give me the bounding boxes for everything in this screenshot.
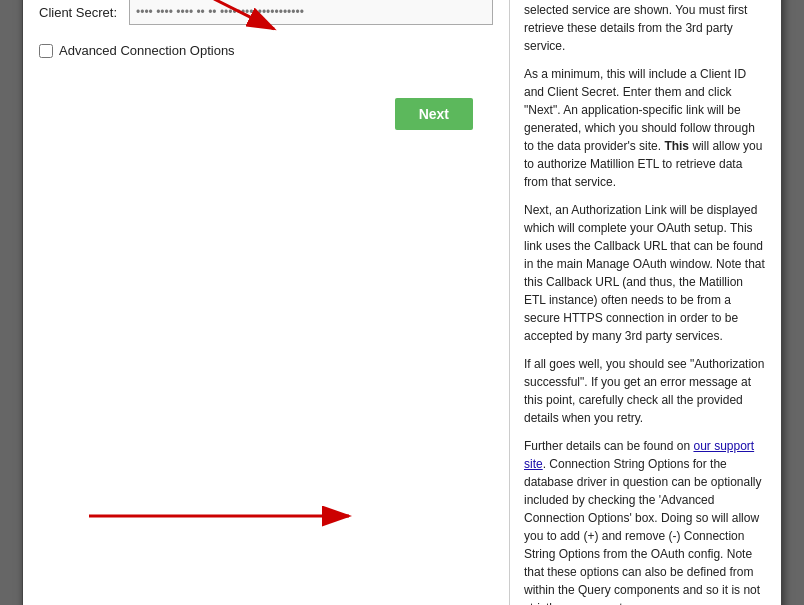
next-arrow-graphic <box>39 466 419 566</box>
support-site-link[interactable]: our support site <box>524 439 754 471</box>
configure-oauth-dialog: Configure OAuth <box>22 0 782 605</box>
next-button-area: Next <box>39 58 493 130</box>
client-secret-row: Client Secret: <box>39 0 493 25</box>
help-panel: Configure OAuth The minimum details nece… <box>509 0 781 605</box>
client-secret-input[interactable] <box>129 0 493 25</box>
help-this-highlight: This <box>664 139 689 153</box>
advanced-options-label: Advanced Connection Options <box>59 43 235 58</box>
dialog-body: Client ID: Client Secret: Advanced Conne… <box>23 0 781 605</box>
advanced-options-row: Advanced Connection Options <box>39 43 493 58</box>
next-button[interactable]: Next <box>395 98 473 130</box>
help-para-3: Next, an Authorization Link will be disp… <box>524 201 767 345</box>
dialog-left-panel: Client ID: Client Secret: Advanced Conne… <box>23 0 509 605</box>
help-para-4: If all goes well, you should see "Author… <box>524 355 767 427</box>
help-para-5: Further details can be found on our supp… <box>524 437 767 605</box>
client-secret-label: Client Secret: <box>39 5 129 20</box>
help-para-1: The minimum details necessary for the se… <box>524 0 767 55</box>
advanced-options-checkbox[interactable] <box>39 44 53 58</box>
help-para-2: As a minimum, this will include a Client… <box>524 65 767 191</box>
